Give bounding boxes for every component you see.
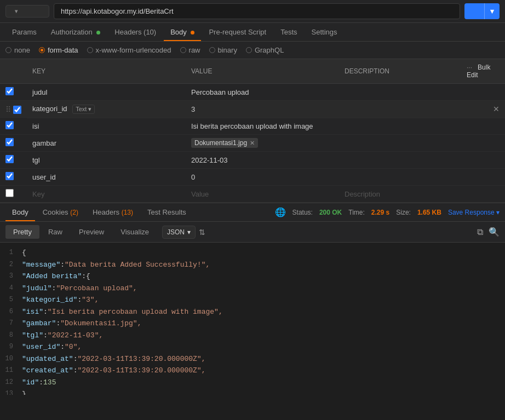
- row-delete-kategori_id[interactable]: ✕: [493, 105, 500, 113]
- tab-body[interactable]: Body: [164, 23, 201, 41]
- radio-graphql[interactable]: [246, 47, 252, 53]
- placeholder-description[interactable]: Description: [345, 190, 380, 198]
- row-value-tgl: 2022-11-03: [191, 156, 228, 164]
- placeholder-value[interactable]: Value: [191, 190, 209, 198]
- row-checkbox-kategori_id[interactable]: [13, 106, 21, 114]
- view-tab-raw[interactable]: Raw: [41, 225, 70, 239]
- body-type-form-data[interactable]: form-data: [39, 46, 78, 54]
- request-table-container: KEY VALUE DESCRIPTION ··· Bulk Edit judu…: [0, 59, 505, 203]
- request-table: KEY VALUE DESCRIPTION ··· Bulk Edit judu…: [0, 59, 505, 203]
- radio-form-data[interactable]: [39, 47, 45, 53]
- placeholder-checkbox[interactable]: [5, 189, 14, 197]
- body-type-graphql[interactable]: GraphQL: [246, 46, 284, 54]
- body-status-dot: [191, 31, 194, 34]
- placeholder-row: Key Value Description: [0, 186, 505, 203]
- view-tab-pretty[interactable]: Pretty: [5, 225, 39, 239]
- row-key-user_id: user_id: [32, 173, 56, 181]
- row-value-user_id: 0: [191, 173, 195, 181]
- url-input[interactable]: [54, 3, 460, 19]
- save-response-button[interactable]: Save Response ▾: [448, 209, 500, 216]
- copy-icon[interactable]: ⧉: [477, 227, 483, 237]
- row-key-tgl: tgl: [32, 156, 40, 164]
- auth-status-dot: [96, 31, 100, 34]
- radio-raw[interactable]: [180, 47, 186, 53]
- row-checkbox-isi[interactable]: [5, 121, 14, 129]
- response-tab-test-results[interactable]: Test Results: [141, 203, 193, 221]
- view-tab-preview[interactable]: Preview: [71, 225, 112, 239]
- send-button[interactable]: ▾: [464, 3, 500, 19]
- body-type-none[interactable]: none: [5, 46, 30, 54]
- row-key-kategori_id: kategori_id: [32, 105, 67, 113]
- response-tab-body[interactable]: Body: [5, 203, 35, 221]
- tab-tests[interactable]: Tests: [274, 23, 303, 41]
- response-tab-headers[interactable]: Headers (13): [86, 203, 140, 221]
- row-checkbox-user_id[interactable]: [5, 172, 14, 180]
- tab-headers[interactable]: Headers (10): [108, 23, 163, 41]
- tab-params[interactable]: Params: [5, 23, 43, 41]
- placeholder-key[interactable]: Key: [32, 190, 44, 198]
- format-chevron-icon: ▾: [187, 228, 191, 236]
- time-value: 2.29 s: [371, 209, 389, 216]
- row-checkbox-judul[interactable]: [5, 87, 14, 95]
- json-line: 7 "gambar": "Dokumentasi1.jpg",: [0, 318, 505, 330]
- body-type-selector: none form-data x-www-form-urlencoded raw…: [0, 42, 505, 59]
- th-value: VALUE: [186, 59, 339, 84]
- row-checkbox-tgl[interactable]: [5, 155, 14, 163]
- search-icon[interactable]: 🔍: [489, 227, 500, 237]
- body-type-urlencoded[interactable]: x-www-form-urlencoded: [87, 46, 171, 54]
- row-checkbox-gambar[interactable]: [5, 138, 14, 146]
- format-select[interactable]: JSON ▾: [162, 226, 196, 239]
- table-row: judul Percobaan upload: [0, 84, 505, 101]
- row-key-judul: judul: [32, 88, 47, 96]
- more-options-icon[interactable]: ···: [467, 64, 472, 71]
- response-tabs: Body Cookies (2) Headers (13) Test Resul…: [0, 203, 505, 222]
- tab-settings[interactable]: Settings: [305, 23, 344, 41]
- body-type-raw[interactable]: raw: [180, 46, 200, 54]
- json-line: 10 "updated_at": "2022-03-11T13:39:20.00…: [0, 353, 505, 365]
- json-line: 4 "judul": "Percobaan upload",: [0, 283, 505, 295]
- view-tab-visualize[interactable]: Visualize: [113, 225, 157, 239]
- json-viewer: 1{2 "message": "Data berita Added Succes…: [0, 243, 505, 395]
- cookies-link[interactable]: [486, 27, 500, 37]
- body-type-binary[interactable]: binary: [209, 46, 237, 54]
- method-dropdown[interactable]: ▾: [5, 5, 49, 18]
- file-tag-gambar: Dokumentasi1.jpg ✕: [191, 138, 258, 148]
- tab-pre-request[interactable]: Pre-request Script: [202, 23, 273, 41]
- radio-none[interactable]: [5, 47, 12, 53]
- radio-binary[interactable]: [209, 47, 215, 53]
- response-globe-icon: 🌐: [275, 207, 286, 217]
- row-key-isi: isi: [32, 122, 39, 130]
- table-row: tgl 2022-11-03: [0, 152, 505, 169]
- json-line: 2 "message": "Data berita Added Successf…: [0, 259, 505, 271]
- headers-count: (13): [122, 209, 133, 216]
- top-bar: ▾ ▾: [0, 0, 505, 23]
- type-badge-kategori_id[interactable]: Text ▾: [72, 105, 95, 114]
- tab-authorization[interactable]: Authorization: [44, 23, 107, 41]
- response-meta: 🌐 Status: 200 OK Time: 2.29 s Size: 1.65…: [275, 207, 500, 217]
- json-line: 9 "user_id": "0",: [0, 341, 505, 353]
- cookies-count: (2): [70, 209, 78, 216]
- table-row: gambar Dokumentasi1.jpg ✕: [0, 135, 505, 152]
- response-section: Body Cookies (2) Headers (13) Test Resul…: [0, 203, 505, 395]
- response-tab-cookies[interactable]: Cookies (2): [36, 203, 85, 221]
- json-line: 12 "id": 135: [0, 377, 505, 389]
- file-name-gambar: Dokumentasi1.jpg: [194, 139, 247, 147]
- format-label: JSON: [167, 228, 185, 236]
- send-dropdown-arrow[interactable]: ▾: [484, 3, 500, 19]
- file-remove-gambar[interactable]: ✕: [250, 140, 255, 147]
- json-line: 11 "created_at": "2022-03-11T13:39:20.00…: [0, 365, 505, 377]
- radio-urlencoded[interactable]: [87, 47, 93, 53]
- table-row: isi Isi berita percobaan upload with ima…: [0, 118, 505, 135]
- json-line: 1{: [0, 247, 505, 259]
- row-key-gambar: gambar: [32, 139, 56, 147]
- row-value-kategori_id: 3: [191, 105, 195, 113]
- row-value-judul: Percobaan upload: [191, 88, 249, 96]
- view-tabs: Pretty Raw Preview Visualize JSON ▾ ⇅ ⧉ …: [0, 222, 505, 243]
- status-label: Status:: [292, 209, 313, 216]
- time-label: Time:: [348, 209, 365, 216]
- json-line: 5 "kategori_id": "3",: [0, 294, 505, 306]
- th-checkbox: [0, 59, 27, 84]
- json-line: 8 "tgl": "2022-11-03",: [0, 330, 505, 342]
- drag-handle-icon[interactable]: ⠿: [5, 105, 11, 114]
- filter-icon[interactable]: ⇅: [199, 228, 205, 237]
